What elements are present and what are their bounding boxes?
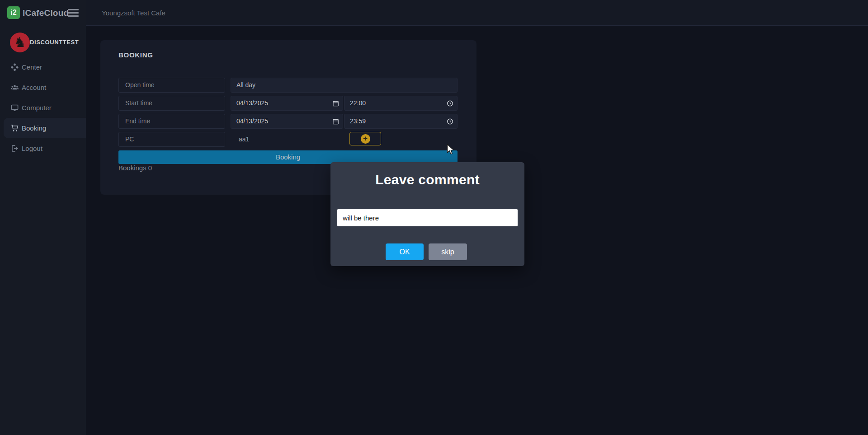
pc-label: PC (118, 132, 225, 147)
menu-toggle-icon[interactable] (68, 7, 80, 18)
avatar: ♞ (10, 33, 30, 52)
sidebar-item-label: Account (22, 77, 46, 98)
comment-input[interactable] (337, 209, 518, 226)
calendar-icon[interactable] (332, 118, 339, 125)
topbar: Youngzsoft Test Cafe (86, 0, 868, 26)
end-date-value: 04/13/2025 (236, 117, 268, 125)
sidebar-item-account[interactable]: Account (0, 77, 86, 98)
user-name: DISCOUNTTEST (30, 32, 79, 53)
clock-icon[interactable] (447, 100, 453, 107)
open-time-label: Open time (118, 78, 225, 93)
sidebar-item-label: Center (22, 57, 42, 77)
sidebar-item-center[interactable]: Center (0, 57, 86, 77)
sidebar-item-label: Booking (22, 118, 46, 138)
center-icon (10, 63, 19, 72)
skip-button[interactable]: skip (429, 243, 467, 260)
start-time-row: Start time 04/13/2025 22:00 (100, 96, 476, 111)
sidebar-menu: Center Account Computer (0, 57, 86, 159)
pc-row: PC aa1 + (100, 132, 476, 147)
end-time-value: 23:59 (350, 117, 366, 125)
leave-comment-modal: Leave comment OK skip (330, 162, 524, 266)
start-date-value: 04/13/2025 (236, 99, 268, 107)
clock-icon[interactable] (447, 118, 453, 125)
sidebar-item-logout[interactable]: Logout (0, 138, 86, 159)
sidebar-item-label: Logout (22, 138, 42, 159)
plus-icon: + (361, 134, 370, 144)
card-title: BOOKING (118, 51, 153, 59)
sidebar-item-computer[interactable]: Computer (0, 98, 86, 118)
cafe-name: Youngzsoft Test Cafe (102, 0, 165, 26)
start-time-value: 22:00 (350, 99, 366, 107)
cart-icon (10, 124, 19, 133)
ok-button[interactable]: OK (386, 243, 424, 260)
sidebar-header: i2 iCafeCloud (0, 0, 86, 26)
calendar-icon[interactable] (332, 100, 339, 107)
start-time-label: Start time (118, 96, 225, 111)
end-time-row: End time 04/13/2025 23:59 (100, 114, 476, 129)
bookings-count: Bookings 0 (118, 164, 152, 172)
start-time-input[interactable]: 22:00 (344, 96, 458, 111)
account-icon (10, 83, 19, 92)
sidebar-item-label: Computer (22, 98, 52, 118)
sidebar-item-booking[interactable]: Booking (0, 118, 86, 138)
computer-icon (10, 103, 19, 112)
end-date-input[interactable]: 04/13/2025 (231, 114, 343, 129)
end-time-label: End time (118, 114, 225, 129)
logout-icon (10, 144, 19, 153)
modal-title: Leave comment (330, 172, 524, 187)
add-pc-button[interactable]: + (349, 132, 381, 145)
open-time-row: Open time All day (100, 78, 476, 93)
end-time-input[interactable]: 23:59 (344, 114, 458, 129)
sidebar: i2 iCafeCloud ♞ DISCOUNTTEST Center (0, 0, 86, 435)
brand-name: iCafeCloud (23, 0, 69, 26)
open-time-value: All day (231, 78, 458, 93)
start-date-input[interactable]: 04/13/2025 (231, 96, 343, 111)
icafecloud-logo-icon: i2 (7, 6, 20, 19)
user-row: ♞ DISCOUNTTEST (0, 32, 86, 54)
pc-value: aa1 (239, 132, 249, 147)
